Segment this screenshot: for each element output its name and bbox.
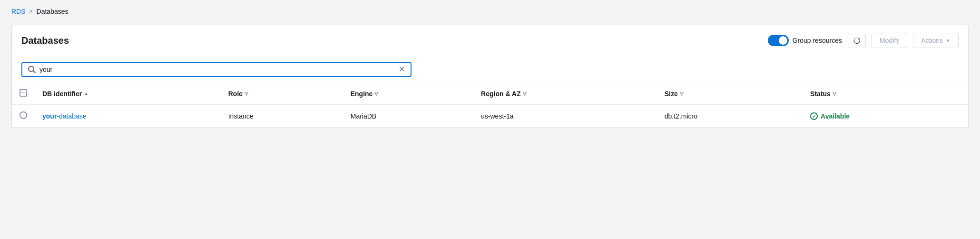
th-role[interactable]: Role ▽ bbox=[221, 83, 343, 104]
page-title: Databases bbox=[21, 35, 69, 46]
th-status[interactable]: Status ▽ bbox=[803, 83, 968, 104]
status-sort-icon: ▽ bbox=[833, 91, 836, 96]
th-region-az[interactable]: Region & AZ ▽ bbox=[473, 83, 657, 104]
table-row: your-database Instance MariaDB us-west-1… bbox=[12, 104, 968, 128]
size-sort-icon: ▽ bbox=[680, 91, 684, 96]
th-size[interactable]: Size ▽ bbox=[657, 83, 803, 104]
breadcrumb-rds-link[interactable]: RDS bbox=[11, 8, 26, 15]
table-container: DB identifier ▲ Role ▽ E bbox=[12, 83, 968, 128]
refresh-icon bbox=[853, 37, 861, 44]
td-status: ✓ Available bbox=[803, 104, 968, 128]
actions-chevron-icon: ▼ bbox=[946, 38, 951, 43]
search-row: ✕ bbox=[12, 56, 968, 83]
page-container: RDS > Databases Databases Group resource… bbox=[0, 0, 980, 239]
breadcrumb-separator: > bbox=[29, 8, 33, 15]
status-label: Available bbox=[821, 112, 850, 120]
sort-asc-icon: ▲ bbox=[84, 91, 88, 96]
modify-button[interactable]: Modify bbox=[872, 33, 907, 48]
header-controls: Group resources Modify Actions ▼ bbox=[768, 33, 959, 48]
region-sort-icon: ▽ bbox=[523, 91, 527, 96]
search-box: ✕ bbox=[21, 62, 412, 77]
group-resources-toggle-container: Group resources bbox=[768, 35, 842, 46]
search-icon bbox=[28, 66, 36, 73]
breadcrumb: RDS > Databases bbox=[11, 8, 969, 15]
db-identifier-suffix: -database bbox=[57, 112, 86, 120]
td-row-radio bbox=[12, 104, 35, 128]
search-clear-button[interactable]: ✕ bbox=[399, 66, 405, 73]
search-input[interactable] bbox=[39, 66, 395, 73]
actions-button[interactable]: Actions ▼ bbox=[913, 33, 959, 48]
th-engine[interactable]: Engine ▽ bbox=[343, 83, 473, 104]
db-identifier-prefix: your bbox=[42, 112, 57, 120]
header-row: Databases Group resources Modif bbox=[12, 25, 968, 56]
engine-sort-icon: ▽ bbox=[374, 91, 378, 96]
td-role: Instance bbox=[221, 104, 343, 128]
main-panel: Databases Group resources Modif bbox=[11, 25, 969, 128]
db-identifier-link[interactable]: your-database bbox=[42, 112, 87, 120]
role-sort-icon: ▽ bbox=[245, 91, 248, 96]
td-engine: MariaDB bbox=[343, 104, 473, 128]
th-db-identifier[interactable]: DB identifier ▲ bbox=[35, 83, 221, 104]
td-db-identifier: your-database bbox=[35, 104, 221, 128]
header-checkbox[interactable] bbox=[20, 89, 27, 97]
status-badge: ✓ Available bbox=[810, 112, 850, 120]
group-resources-label: Group resources bbox=[793, 37, 842, 44]
status-available-icon: ✓ bbox=[810, 112, 818, 120]
td-size: db.t2.micro bbox=[657, 104, 803, 128]
breadcrumb-current: Databases bbox=[37, 8, 69, 15]
databases-table: DB identifier ▲ Role ▽ E bbox=[12, 83, 968, 128]
th-checkbox bbox=[12, 83, 35, 104]
group-resources-toggle[interactable] bbox=[768, 35, 789, 46]
row-radio-button[interactable] bbox=[20, 111, 27, 119]
td-region-az: us-west-1a bbox=[473, 104, 657, 128]
table-header-row: DB identifier ▲ Role ▽ E bbox=[12, 83, 968, 104]
toggle-thumb bbox=[779, 36, 787, 45]
refresh-button[interactable] bbox=[848, 33, 866, 48]
